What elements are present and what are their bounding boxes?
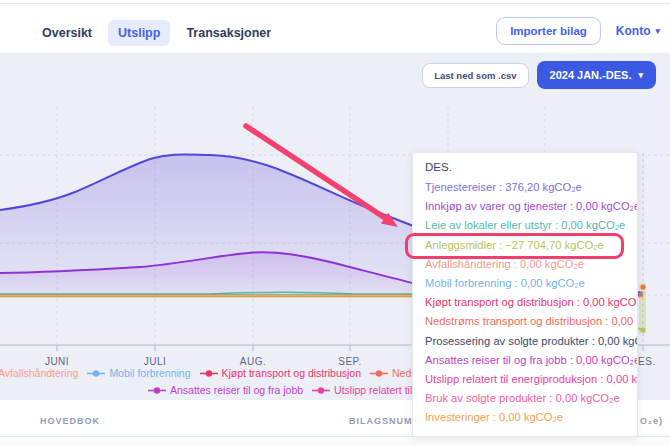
chevron-down-icon: ▾ <box>655 27 660 36</box>
tooltip-row: Ansattes reiser til og fra jobb : 0,00 k… <box>425 351 625 370</box>
table-body-area <box>0 437 670 446</box>
legend-marker-icon <box>312 386 330 395</box>
account-label: Konto <box>616 24 651 38</box>
main-nav: Oversikt Utslipp Transaksjoner <box>40 20 273 46</box>
legend-item[interactable]: Avfallshåndtering <box>0 367 78 379</box>
column-header-emissions-fragment: O₂e) <box>640 416 663 426</box>
app-header: Oversikt Utslipp Transaksjoner Importer … <box>0 4 670 53</box>
tooltip-row: Tjenestereiser : 376,20 kgCO₂e <box>425 178 625 197</box>
month-label: SEP. <box>338 356 362 367</box>
tooltip-row-value: −27 704,70 kgCO₂e <box>505 239 604 251</box>
tooltip-row-value: 0,00 kgCO₂e <box>576 354 638 366</box>
tooltip-row-value: 0,00 kgCO₂e <box>598 335 638 347</box>
nav-tab-label: Utslipp <box>118 26 160 40</box>
legend-item[interactable]: Mobil forbrenning <box>87 367 190 379</box>
tooltip-row: Anleggsmidler : −27 704,70 kgCO₂e <box>425 236 625 255</box>
hover-band <box>639 283 646 333</box>
tooltip-row: Leie av lokaler eller utstyr : 0,00 kgCO… <box>425 216 625 235</box>
legend-item[interactable]: Kjøpt transport og distribusjon <box>200 367 361 379</box>
column-header-hovedbok[interactable]: HOVEDBOK <box>40 416 100 426</box>
tooltip-row-label: Leie av lokaler eller utstyr <box>425 219 552 231</box>
tooltip-row-value: 0,00 kgCO₂e <box>521 277 585 289</box>
tooltip-row-value: 0,00 kgCO₂e <box>607 373 638 385</box>
tooltip-row-value: 376,20 kgCO₂e <box>505 181 582 193</box>
legend-item[interactable]: Ansattes reiser til og fra jobb <box>148 384 303 396</box>
tooltip-row-value: 0,00 kgCO₂e <box>561 219 625 231</box>
tooltip-row: Mobil forbrenning : 0,00 kgCO₂e <box>425 274 625 293</box>
legend-label: Mobil forbrenning <box>109 367 190 379</box>
legend-label: Avfallshåndtering <box>0 367 78 379</box>
nav-tab[interactable]: Transaksjoner <box>184 20 273 46</box>
tooltip-row-label: Nedstrøms transport og distribusjon <box>425 315 602 327</box>
nav-tab[interactable]: Utslipp <box>108 20 170 46</box>
tooltip-row: Nedstrøms transport og distribusjon : 0,… <box>425 312 625 331</box>
emissions-app-page: Oversikt Utslipp Transaksjoner Importer … <box>0 0 670 446</box>
nav-tab[interactable]: Oversikt <box>40 20 94 46</box>
tooltip-row-separator: : <box>567 354 576 366</box>
legend-marker-icon <box>370 369 388 378</box>
tooltip-row-label: Investeringer <box>425 411 490 423</box>
hover-indicator <box>639 153 646 345</box>
month-label: JULI <box>144 356 167 367</box>
tooltip-row-label: Utslipp relatert til energiproduksjon <box>425 373 597 385</box>
tooltip-row: Prosessering av solgte produkter : 0,00 … <box>425 332 625 351</box>
tooltip-row-separator: : <box>602 315 611 327</box>
tooltip-row: Innkjøp av varer og tjenester : 0,00 kgC… <box>425 197 625 216</box>
tooltip-row: Avfallshåndtering : 0,00 kgCO₂e <box>425 255 625 274</box>
tooltip-row-label: Tjenestereiser <box>425 181 496 193</box>
tooltip-row-label: Ansattes reiser til og fra jobb <box>425 354 567 366</box>
tooltip-row: Kjøpt transport og distribusjon : 0,00 k… <box>425 293 625 312</box>
month-label: AUG. <box>240 356 266 367</box>
tooltip-row-separator: : <box>597 373 606 385</box>
tooltip-row: Utslipp relatert til energiproduksjon : … <box>425 370 625 389</box>
tooltip-row-separator: : <box>496 239 505 251</box>
tooltip-row-value: 0,00 kgCO₂e <box>520 258 584 270</box>
nav-tab-label: Transaksjoner <box>186 26 271 40</box>
account-dropdown[interactable]: Konto ▾ <box>616 24 660 38</box>
tooltip-row-value: 0,00 kgCO₂e <box>499 411 563 423</box>
tooltip-row-value: 0,00 kgCO₂e <box>612 315 638 327</box>
tooltip-row-label: Mobil forbrenning <box>425 277 511 289</box>
tooltip-row: Bruk av solgte produkter : 0,00 kgCO₂e <box>425 389 625 408</box>
tooltip-row-separator: : <box>574 296 583 308</box>
tooltip-row-value: 0,00 kgCO₂e <box>576 200 638 212</box>
tooltip-row-value: 0,00 kgCO₂e <box>583 296 638 308</box>
tooltip-row-separator: : <box>490 411 499 423</box>
tooltip-row: Investeringer : 0,00 kgCO₂e <box>425 408 625 427</box>
tooltip-title: DES. <box>425 161 625 173</box>
nav-tab-label: Oversikt <box>42 26 92 40</box>
tooltip-row-value: 0,00 kgCO₂e <box>556 392 620 404</box>
tooltip-row-separator: : <box>567 200 576 212</box>
tooltip-row-separator: : <box>589 335 598 347</box>
download-csv-button[interactable]: Last ned som .csv <box>422 63 528 88</box>
tooltip-row-separator: : <box>496 181 505 193</box>
hover-dot-fixed-assets <box>640 327 645 332</box>
chart-tooltip: DES. Tjenestereiser : 376,20 kgCO₂e Innk… <box>412 152 638 437</box>
tooltip-row-label: Prosessering av solgte produkter <box>425 335 589 347</box>
month-label: JUNI <box>45 356 69 367</box>
legend-marker-icon <box>87 369 105 378</box>
period-label: 2024 JAN.-DES. <box>550 69 632 81</box>
tooltip-row-separator: : <box>552 219 561 231</box>
legend-marker-icon <box>148 386 166 395</box>
tooltip-row-label: Avfallshåndtering <box>425 258 511 270</box>
tooltip-row-separator: : <box>546 392 555 404</box>
tooltip-row-separator: : <box>511 258 520 270</box>
tooltip-row-label: Kjøpt transport og distribusjon <box>425 296 574 308</box>
period-selector-button[interactable]: 2024 JAN.-DES. ▾ <box>537 61 656 89</box>
import-receipt-button[interactable]: Importer bilag <box>496 17 601 45</box>
legend-marker-icon <box>200 369 218 378</box>
legend-label: Kjøpt transport og distribusjon <box>222 367 361 379</box>
tooltip-row-separator: : <box>511 277 520 289</box>
tooltip-row-label: Innkjøp av varer og tjenester <box>425 200 567 212</box>
chart-toolbar: Last ned som .csv 2024 JAN.-DES. ▾ <box>422 61 656 89</box>
tooltip-row-label: Anleggsmidler <box>425 239 496 251</box>
chevron-down-icon: ▾ <box>638 71 643 80</box>
header-actions: Importer bilag Konto ▾ <box>496 17 660 45</box>
legend-label: Ansattes reiser til og fra jobb <box>170 384 303 396</box>
tooltip-row-label: Bruk av solgte produkter <box>425 392 546 404</box>
hover-dot-waste <box>640 284 645 289</box>
